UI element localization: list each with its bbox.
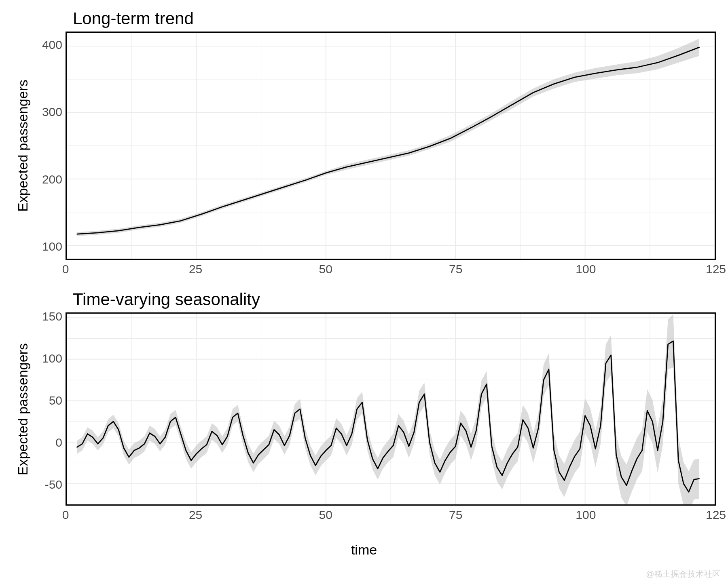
ytick-col-season: -50050100150	[33, 312, 66, 506]
xtick-label: 25	[189, 508, 202, 522]
xtick-label: 0	[62, 508, 69, 522]
ytick-label: 50	[49, 394, 62, 407]
ytick-label: 150	[42, 310, 62, 323]
ylab-wrap-season: Expected passengers	[12, 312, 33, 506]
xtick-label: 0	[62, 262, 69, 276]
plot-area-season	[66, 312, 716, 506]
xtick-label: 100	[576, 508, 596, 522]
xtick-label: 75	[449, 262, 462, 276]
ytick-label: 200	[42, 173, 62, 186]
plot-row-season: Expected passengers -50050100150	[12, 312, 716, 506]
ytick-label: 100	[42, 240, 62, 253]
panel-season: Time-varying seasonality Expected passen…	[12, 289, 716, 558]
ytick-label: 0	[55, 436, 62, 449]
plot-area-trend	[66, 32, 716, 260]
xtick-row-season: 0255075100125	[66, 506, 716, 523]
ylabel-trend: Expected passengers	[15, 80, 31, 212]
panel-title-season: Time-varying seasonality	[73, 290, 716, 309]
plot-row-trend: Expected passengers 100200300400	[12, 32, 716, 260]
xtick-label: 125	[706, 508, 726, 522]
ytick-label: -50	[45, 478, 62, 491]
xtick-label: 100	[576, 262, 596, 276]
confidence-ribbon	[77, 314, 699, 504]
xtick-label: 25	[189, 262, 202, 276]
ytick-label: 100	[42, 352, 62, 365]
ylab-wrap-trend: Expected passengers	[12, 32, 33, 260]
ytick-label: 400	[42, 38, 62, 52]
ytick-col-trend: 100200300400	[33, 32, 66, 260]
xtick-label: 75	[449, 508, 462, 522]
panel-trend: Long-term trend Expected passengers 1002…	[12, 8, 716, 277]
watermark: @稀土掘金技术社区	[646, 569, 721, 580]
panel-title-trend: Long-term trend	[73, 9, 716, 28]
xtick-row-trend: 0255075100125	[66, 260, 716, 277]
figure: Long-term trend Expected passengers 1002…	[0, 0, 728, 582]
xlabel-season: time	[12, 542, 716, 558]
xtick-label: 125	[706, 262, 726, 276]
xtick-label: 50	[319, 262, 332, 276]
ylabel-season: Expected passengers	[15, 343, 31, 475]
ytick-label: 300	[42, 105, 62, 119]
xtick-label: 50	[319, 508, 332, 522]
confidence-ribbon	[77, 39, 699, 236]
